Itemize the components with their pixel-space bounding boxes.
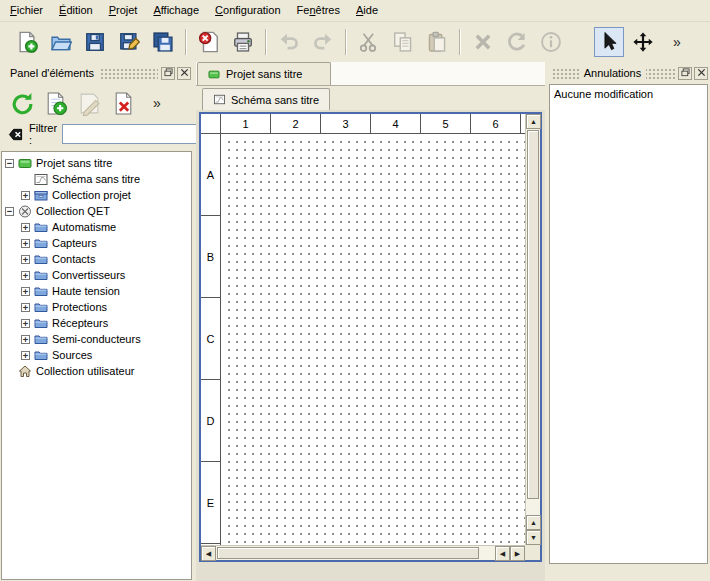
vertical-scroll-thumb[interactable] [527, 130, 539, 499]
tree-item-label: Capteurs [52, 237, 97, 249]
new-element-button[interactable] [39, 87, 71, 119]
elements-panel-titlebar[interactable]: Panel d'éléments [2, 64, 191, 82]
tree-item-schema-sans-titre[interactable]: Schéma sans titre [2, 171, 191, 187]
new-project-button[interactable] [12, 27, 42, 57]
menu-edition[interactable]: Édition [51, 0, 101, 21]
scroll-up-button-2[interactable]: ▲ [526, 515, 541, 530]
collapse-icon[interactable]: − [5, 207, 14, 216]
reload-collections-button[interactable] [5, 87, 37, 119]
scroll-down-button[interactable]: ▼ [526, 530, 541, 545]
scroll-left-button-2[interactable]: ◀ [495, 546, 510, 561]
selection-mode-button[interactable] [594, 27, 624, 57]
ruler-column-label: 1 [221, 114, 271, 133]
undo-dock-titlebar[interactable]: Annulations [550, 64, 708, 82]
tree-item-capteurs[interactable]: +Capteurs [2, 235, 191, 251]
edit-element-button[interactable] [73, 87, 105, 119]
tree-item-label: Collection utilisateur [36, 365, 134, 377]
toolbar-overflow-button[interactable]: » [662, 27, 692, 57]
menu-projet[interactable]: Projet [101, 0, 146, 21]
project-tab-label: Projet sans titre [226, 68, 302, 80]
delete-element-button[interactable] [107, 87, 139, 119]
horizontal-scrollbar[interactable]: ◀ ◀ ▶ [201, 545, 525, 560]
diagram-tab[interactable]: Schéma sans titre [202, 88, 330, 110]
undo-dock-title: Annulations [579, 67, 647, 79]
pan-mode-button[interactable] [628, 27, 658, 57]
scroll-up-button[interactable]: ▲ [526, 114, 541, 129]
expand-icon[interactable]: + [21, 351, 30, 360]
ruler-row-label: A [201, 134, 220, 216]
horizontal-scroll-thumb[interactable] [217, 547, 479, 559]
paste-button[interactable] [422, 27, 452, 57]
tree-item-semi-conducteurs[interactable]: +Semi-conducteurs [2, 331, 191, 347]
save-all-button[interactable] [148, 27, 178, 57]
tree-item-label: Semi-conducteurs [52, 333, 141, 345]
expand-icon[interactable]: + [21, 271, 30, 280]
tree-item-projet-sans-titre[interactable]: −Projet sans titre [2, 155, 191, 171]
folder-icon [34, 285, 48, 298]
diagram-canvas[interactable] [222, 135, 525, 545]
tree-item-label: Convertisseurs [52, 269, 125, 281]
float-dock-button[interactable] [161, 67, 175, 80]
dock-title-buttons [675, 67, 708, 80]
menu-aide[interactable]: Aide [348, 0, 386, 21]
tree-item-label: Protections [52, 301, 107, 313]
menu-fenetres[interactable]: Fenêtres [289, 0, 348, 21]
delete-button[interactable] [468, 27, 498, 57]
toolbar-separator [265, 29, 267, 55]
toolbar-separator [185, 29, 187, 55]
copy-button[interactable] [388, 27, 418, 57]
print-button[interactable] [228, 27, 258, 57]
tree-item-label: Haute tension [52, 285, 120, 297]
folder-icon [34, 317, 48, 330]
close-project-button[interactable] [194, 27, 224, 57]
filter-input[interactable] [62, 124, 212, 144]
ruler-column-label: 4 [371, 114, 421, 133]
ruler-row-label: B [201, 216, 220, 298]
close-dock-button[interactable] [694, 67, 708, 80]
rotate-button[interactable] [502, 27, 532, 57]
tree-item-haute-tension[interactable]: +Haute tension [2, 283, 191, 299]
float-dock-button[interactable] [678, 67, 692, 80]
tree-item-protections[interactable]: +Protections [2, 299, 191, 315]
collapse-icon[interactable]: − [5, 159, 14, 168]
tree-item-collection-utilisateur[interactable]: Collection utilisateur [2, 363, 191, 379]
tree-item-label: Contacts [52, 253, 95, 265]
expand-icon[interactable]: + [21, 319, 30, 328]
tree-item-recepteurs[interactable]: +Récepteurs [2, 315, 191, 331]
undo-button[interactable] [274, 27, 304, 57]
expand-icon[interactable]: + [21, 191, 30, 200]
clear-filter-button[interactable] [7, 127, 24, 142]
conductor-info-button[interactable] [536, 27, 566, 57]
expand-icon[interactable]: + [21, 239, 30, 248]
tree-item-contacts[interactable]: +Contacts [2, 251, 191, 267]
expand-icon[interactable]: + [21, 255, 30, 264]
project-tab[interactable]: Projet sans titre [197, 62, 331, 85]
redo-button[interactable] [308, 27, 338, 57]
open-project-button[interactable] [46, 27, 76, 57]
expand-icon[interactable]: + [21, 303, 30, 312]
scroll-right-button[interactable]: ▶ [510, 546, 525, 561]
tree-item-automatisme[interactable]: +Automatisme [2, 219, 191, 235]
save-as-button[interactable] [114, 27, 144, 57]
tree-item-label: Collection projet [52, 189, 131, 201]
tree-item-collection-projet[interactable]: +Collection projet [2, 187, 191, 203]
close-icon [180, 67, 189, 79]
cut-button[interactable] [354, 27, 384, 57]
tree-item-sources[interactable]: +Sources [2, 347, 191, 363]
save-button[interactable] [80, 27, 110, 57]
expand-icon[interactable]: + [21, 335, 30, 344]
expand-icon[interactable]: + [21, 223, 30, 232]
menu-affichage[interactable]: Affichage [145, 0, 207, 21]
scroll-left-button[interactable]: ◀ [201, 546, 216, 561]
tree-item-collection-qet[interactable]: −Collection QET [2, 203, 191, 219]
expand-icon[interactable]: + [21, 287, 30, 296]
menu-configuration[interactable]: Configuration [207, 0, 288, 21]
menu-fichier[interactable]: Fichier [2, 0, 51, 21]
vertical-scrollbar[interactable]: ▲ ▲ ▼ [525, 114, 540, 545]
undo-empty-text: Aucune modification [554, 88, 653, 100]
close-dock-button[interactable] [177, 67, 191, 80]
undo-list[interactable]: Aucune modification [549, 84, 708, 564]
tree-item-convertisseurs[interactable]: +Convertisseurs [2, 267, 191, 283]
panel-overflow-button[interactable]: » [141, 87, 173, 119]
ruler-corner [201, 114, 221, 134]
